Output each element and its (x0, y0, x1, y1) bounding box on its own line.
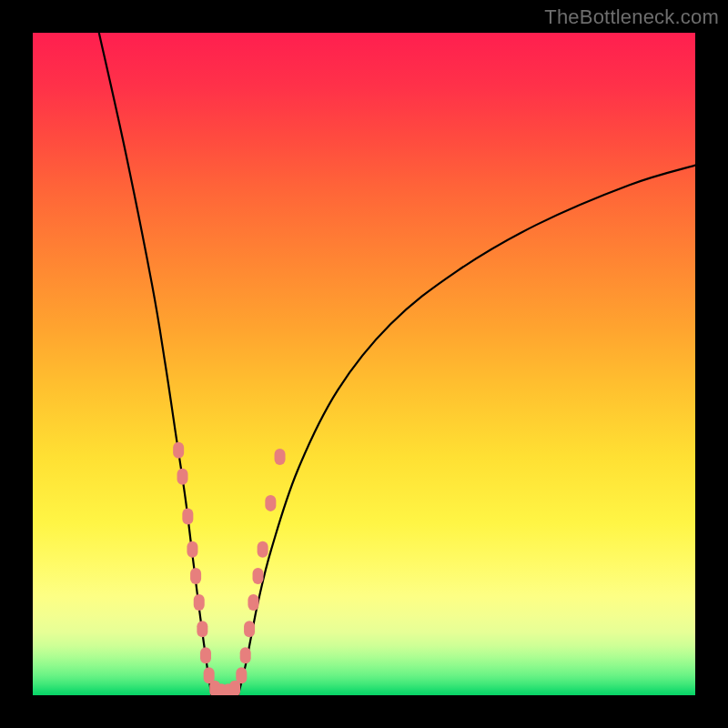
marker-point (187, 541, 197, 558)
marker-point (253, 568, 264, 584)
marker-point (258, 541, 268, 558)
marker-point (248, 594, 258, 611)
marker-point (275, 449, 286, 465)
plot-area (33, 33, 695, 695)
chart-svg (33, 33, 695, 695)
marker-point (265, 495, 276, 511)
marker-point (200, 647, 211, 663)
watermark-text: TheBottleneck.com (544, 5, 719, 29)
marker-point (194, 594, 205, 611)
marker-point (244, 621, 255, 637)
marker-point (190, 568, 201, 584)
marker-point (197, 621, 207, 637)
marker-point (173, 442, 184, 459)
marker-point (182, 508, 193, 524)
background-gradient (33, 33, 695, 695)
marker-point (177, 469, 188, 485)
marker-point (240, 647, 251, 663)
chart-frame: TheBottleneck.com (0, 0, 728, 728)
marker-point (236, 667, 247, 683)
